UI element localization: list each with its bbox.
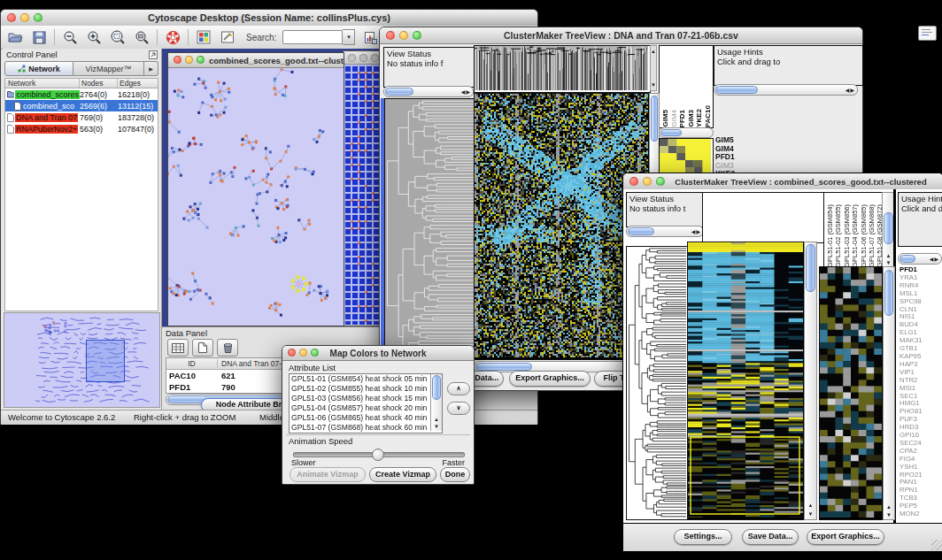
matrix-column-label[interactable]: PFD1 — [678, 110, 687, 127]
minimize-button[interactable] — [399, 31, 408, 40]
network-view-window[interactable]: combined_scores_good.txt--cluste... — [167, 52, 344, 326]
dialog-titlebar[interactable]: Map Colors to Network — [282, 346, 474, 361]
attribute-list-item[interactable]: GPL51-01 (GSM854) heat shock 05 min — [290, 374, 442, 384]
column-label[interactable]: GPL51-04 (GSM857) — [851, 204, 859, 267]
view-status-scrollbar[interactable]: ◀▶ — [626, 226, 704, 237]
done-button[interactable]: Done — [440, 467, 470, 482]
move-down-button[interactable]: ∨ — [447, 402, 470, 415]
open-session-icon[interactable] — [6, 28, 24, 46]
matrix-column-label[interactable]: GIM4 — [670, 110, 679, 127]
column-label[interactable]: GPL51-01 (GSM854) — [826, 204, 834, 267]
export-graphics-button[interactable]: Export Graphics... — [509, 371, 591, 387]
network-row-dna[interactable]: DNA and Tran 07 769(0) 183728(0) — [5, 111, 158, 123]
tab-overflow-button[interactable]: ▶ — [144, 61, 158, 76]
matrix-column-label[interactable]: YKE2 — [695, 109, 704, 127]
minimize-button[interactable] — [299, 349, 307, 357]
zoom-out-icon[interactable] — [61, 28, 79, 46]
column-dendrogram-box[interactable] — [702, 192, 824, 243]
save-session-icon[interactable] — [30, 28, 48, 46]
gene-label[interactable]: MON2 — [898, 510, 942, 518]
animate-vizmap-button[interactable]: Animate Vizmap — [290, 467, 366, 482]
zoom-button[interactable] — [34, 13, 42, 22]
inactive-minimize-button[interactable] — [359, 54, 367, 62]
zoom-selected-icon[interactable] — [109, 28, 127, 46]
close-button[interactable] — [288, 349, 296, 357]
zoom-button[interactable] — [656, 177, 665, 186]
treeview2-titlebar[interactable]: ClusterMaker TreeView : combined_scores_… — [623, 173, 942, 190]
export-graphics-button[interactable]: Export Graphics... — [807, 529, 884, 545]
zoom-button[interactable] — [311, 349, 319, 357]
overview-minimap-canvas[interactable] — [4, 313, 159, 407]
zoom-button[interactable] — [197, 56, 205, 64]
minimize-button[interactable] — [185, 56, 193, 64]
search-dropdown-icon[interactable]: ▼ — [343, 29, 355, 45]
heatmap-canvas[interactable] — [688, 242, 803, 518]
close-button[interactable] — [174, 56, 181, 64]
close-button[interactable] — [629, 177, 638, 186]
cytoscape-titlebar[interactable]: Cytoscape Desktop (Session Name: collins… — [1, 10, 537, 27]
tab-network[interactable]: Network — [4, 61, 73, 76]
column-dendrogram-canvas[interactable] — [475, 46, 648, 90]
minimize-button[interactable] — [643, 177, 652, 186]
zoom-heatmap-canvas[interactable] — [820, 267, 882, 518]
attribute-list-item[interactable]: GPL51-07 (GSM868) heat shock 60 min — [290, 423, 442, 433]
zoom-button[interactable] — [413, 31, 421, 40]
matrix-column-label[interactable]: PAC10 — [704, 105, 713, 127]
create-attribute-icon[interactable] — [192, 339, 213, 357]
annotation-icon[interactable] — [219, 28, 236, 46]
help-lifesaver-icon[interactable] — [164, 28, 181, 46]
overview-viewport-rect[interactable] — [86, 340, 125, 382]
attribute-list-item[interactable]: GPL51-02 (GSM855) heat shock 10 min — [290, 384, 442, 394]
attribute-list-scrollbar[interactable]: ▲▼ — [430, 374, 442, 431]
close-button[interactable] — [7, 13, 16, 22]
row-dendrogram-canvas[interactable] — [627, 247, 686, 518]
delete-attribute-trash-icon[interactable] — [217, 339, 238, 357]
matrix-hscrollbar[interactable] — [659, 127, 714, 138]
row-dendrogram-canvas[interactable] — [385, 99, 474, 357]
inactive-close-button[interactable] — [348, 54, 356, 62]
move-up-button[interactable]: ∧ — [447, 382, 470, 395]
treeview2-window: ClusterMaker TreeView : combined_scores_… — [622, 173, 942, 551]
desktop-file-icon[interactable] — [918, 26, 937, 41]
attribute-list-item[interactable]: GPL51-03 (GSM856) heat shock 15 min — [290, 394, 442, 403]
matrix-column-label[interactable]: GIM3 — [687, 110, 696, 127]
create-vizmap-button[interactable]: Create Vizmap — [369, 467, 436, 482]
folder-icon — [7, 90, 14, 98]
network-view-canvas[interactable] — [168, 68, 342, 325]
settings-button[interactable]: Settings... — [674, 529, 732, 545]
view-status-scrollbar[interactable]: ◀▶ — [383, 86, 474, 97]
network-row-combined-scores[interactable]: combined_scores 2764(0) 16218(0) — [5, 88, 158, 100]
zoom-in-icon[interactable] — [85, 28, 103, 46]
column-label[interactable]: GPL51-03 (GSM856) — [843, 204, 851, 267]
column-label[interactable]: GPL51-02 (GSM855) — [834, 204, 842, 267]
vizmapper-icon[interactable] — [195, 28, 212, 46]
network-row-rna[interactable]: RNAPuberNov2+ 563(0) 107847(0) — [5, 123, 158, 134]
minimize-button[interactable] — [20, 13, 29, 22]
network-stats-icon[interactable] — [361, 28, 379, 46]
network-row-selected[interactable]: combined_sco 2569(6) 13112(15) — [5, 100, 158, 111]
column-scroll-arrows[interactable]: ▲▼ — [650, 45, 657, 91]
save-data-button[interactable]: Save Data... — [742, 529, 799, 545]
network-view-titlebar[interactable]: combined_scores_good.txt--cluste... — [168, 53, 344, 68]
resize-grip[interactable] — [931, 540, 942, 550]
close-button[interactable] — [386, 31, 395, 40]
treeview1-titlebar[interactable]: ClusterMaker TreeView : DNA and Tran 07-… — [380, 27, 862, 44]
usage-hints-scrollbar[interactable]: ◀▶ — [898, 253, 942, 265]
zoom-vscrollbar[interactable]: ▲▼ — [883, 266, 895, 520]
heatmap-vscrollbar[interactable]: ▲▼ — [804, 242, 817, 520]
zoom-fit-icon[interactable] — [133, 28, 151, 46]
tab-vizmapper[interactable]: VizMapper™ — [73, 61, 144, 76]
network-overview-panel[interactable] — [4, 312, 160, 408]
column-label[interactable]: GPL51-06 (GSM865) — [860, 204, 868, 267]
select-attributes-icon[interactable] — [167, 339, 189, 357]
inactive-zoom-button[interactable] — [371, 54, 379, 62]
attribute-list-item[interactable]: GPL51-04 (GSM857) heat shock 20 min — [290, 403, 442, 413]
float-panel-icon[interactable] — [149, 50, 158, 59]
usage-hints-scrollbar[interactable]: ◀▶ — [714, 84, 858, 96]
row-dendrogram-box — [384, 98, 476, 360]
animation-speed-slider[interactable] — [293, 452, 465, 457]
slider-thumb[interactable] — [372, 449, 384, 461]
search-input[interactable] — [282, 30, 343, 44]
matrix-column-label[interactable]: GIM5 — [661, 110, 670, 127]
attribute-list-item[interactable]: GPL51-06 (GSM865) heat shock 40 min — [290, 413, 442, 423]
